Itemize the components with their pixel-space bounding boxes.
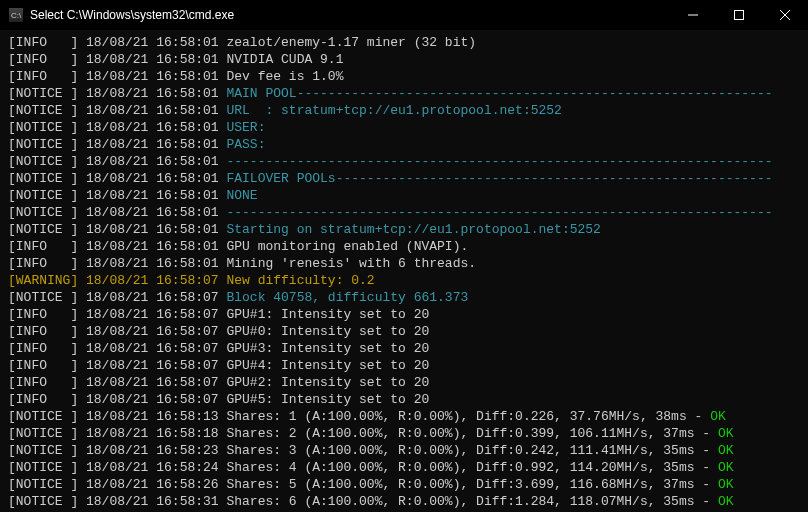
log-line: [NOTICE ] 18/08/21 16:58:24 Shares: 4 (A…	[8, 459, 802, 476]
log-segment: URL : stratum+tcp://eu1.protopool.net:52…	[226, 103, 561, 118]
log-segment: OK	[718, 494, 734, 509]
minimize-icon	[688, 10, 698, 20]
log-line: [NOTICE ] 18/08/21 16:58:23 Shares: 3 (A…	[8, 442, 802, 459]
log-prefix: [INFO ] 18/08/21 16:58:01	[8, 35, 226, 50]
log-line: [NOTICE ] 18/08/21 16:58:01 ------------…	[8, 204, 802, 221]
log-prefix: [NOTICE ] 18/08/21 16:58:01	[8, 171, 226, 186]
log-prefix: [NOTICE ] 18/08/21 16:58:01	[8, 205, 226, 220]
log-line: [NOTICE ] 18/08/21 16:58:13 Shares: 1 (A…	[8, 408, 802, 425]
log-line: [INFO ] 18/08/21 16:58:01 Dev fee is 1.0…	[8, 68, 802, 85]
log-segment: Shares: 3 (A:100.00%, R:0.00%), Diff:0.2…	[226, 443, 717, 458]
log-prefix: [INFO ] 18/08/21 16:58:01	[8, 52, 226, 67]
log-prefix: [NOTICE ] 18/08/21 16:58:31	[8, 494, 226, 509]
log-prefix: [NOTICE ] 18/08/21 16:58:01	[8, 86, 226, 101]
window-title: Select C:\Windows\system32\cmd.exe	[30, 7, 234, 24]
log-line: [INFO ] 18/08/21 16:58:07 GPU#1: Intensi…	[8, 306, 802, 323]
log-line: [INFO ] 18/08/21 16:58:07 GPU#0: Intensi…	[8, 323, 802, 340]
window-titlebar[interactable]: C:\ Select C:\Windows\system32\cmd.exe	[0, 0, 808, 30]
log-prefix: [NOTICE ] 18/08/21 16:58:23	[8, 443, 226, 458]
log-line: [INFO ] 18/08/21 16:58:07 GPU#4: Intensi…	[8, 357, 802, 374]
log-line: [INFO ] 18/08/21 16:58:01 zealot/enemy-1…	[8, 34, 802, 51]
log-line: [INFO ] 18/08/21 16:58:01 Mining 'renesi…	[8, 255, 802, 272]
log-prefix: [INFO ] 18/08/21 16:58:01	[8, 69, 226, 84]
log-prefix: [NOTICE ] 18/08/21 16:58:01	[8, 120, 226, 135]
log-prefix: [NOTICE ] 18/08/21 16:58:01	[8, 103, 226, 118]
log-line: [WARNING] 18/08/21 16:58:07 New difficul…	[8, 272, 802, 289]
log-prefix: [NOTICE ] 18/08/21 16:58:01	[8, 154, 226, 169]
log-prefix: [INFO ] 18/08/21 16:58:07	[8, 375, 226, 390]
log-segment: Shares: 6 (A:100.00%, R:0.00%), Diff:1.2…	[226, 494, 717, 509]
log-segment: Shares: 4 (A:100.00%, R:0.00%), Diff:0.9…	[226, 460, 717, 475]
log-prefix: [INFO ] 18/08/21 16:58:07	[8, 341, 226, 356]
log-prefix: [NOTICE ] 18/08/21 16:58:13	[8, 409, 226, 424]
log-line: [NOTICE ] 18/08/21 16:58:18 Shares: 2 (A…	[8, 425, 802, 442]
log-segment: OK	[718, 426, 734, 441]
close-icon	[780, 10, 790, 20]
close-button[interactable]	[762, 0, 808, 30]
log-segment: MAIN POOL	[226, 86, 296, 101]
log-prefix: [INFO ] 18/08/21 16:58:01	[8, 239, 226, 254]
log-line: [INFO ] 18/08/21 16:58:01 GPU monitoring…	[8, 238, 802, 255]
log-line: [NOTICE ] 18/08/21 16:58:01 ------------…	[8, 153, 802, 170]
log-prefix: [NOTICE ] 18/08/21 16:58:01	[8, 188, 226, 203]
log-prefix: [INFO ] 18/08/21 16:58:07	[8, 324, 226, 339]
log-segment: FAILOVER POOLs	[226, 171, 335, 186]
log-prefix: [INFO ] 18/08/21 16:58:07	[8, 358, 226, 373]
log-line: [NOTICE ] 18/08/21 16:58:01 NONE	[8, 187, 802, 204]
log-segment: GPU#3: Intensity set to 20	[226, 341, 429, 356]
log-segment: USER:	[226, 120, 265, 135]
maximize-icon	[734, 10, 744, 20]
log-prefix: [WARNING] 18/08/21 16:58:07	[8, 273, 226, 288]
log-segment: GPU#4: Intensity set to 20	[226, 358, 429, 373]
maximize-button[interactable]	[716, 0, 762, 30]
log-line: [INFO ] 18/08/21 16:58:07 GPU#3: Intensi…	[8, 340, 802, 357]
log-segment: NVIDIA CUDA 9.1	[226, 52, 343, 67]
log-segment: Dev fee is 1.0%	[226, 69, 343, 84]
log-segment: OK	[718, 460, 734, 475]
log-line: [NOTICE ] 18/08/21 16:58:01 FAILOVER POO…	[8, 170, 802, 187]
log-line: [INFO ] 18/08/21 16:58:07 GPU#2: Intensi…	[8, 374, 802, 391]
log-line: [NOTICE ] 18/08/21 16:58:01 MAIN POOL---…	[8, 85, 802, 102]
log-prefix: [NOTICE ] 18/08/21 16:58:01	[8, 222, 226, 237]
log-prefix: [INFO ] 18/08/21 16:58:07	[8, 307, 226, 322]
log-prefix: [NOTICE ] 18/08/21 16:58:18	[8, 426, 226, 441]
log-segment: GPU#2: Intensity set to 20	[226, 375, 429, 390]
log-segment: ----------------------------------------…	[226, 205, 772, 220]
log-line: [NOTICE ] 18/08/21 16:58:01 URL : stratu…	[8, 102, 802, 119]
log-line: [NOTICE ] 18/08/21 16:58:01 Starting on …	[8, 221, 802, 238]
log-segment: Starting on stratum+tcp://eu1.protopool.…	[226, 222, 600, 237]
log-segment: OK	[710, 409, 726, 424]
log-segment: ----------------------------------------…	[226, 154, 772, 169]
log-segment: Shares: 5 (A:100.00%, R:0.00%), Diff:3.6…	[226, 477, 717, 492]
terminal-output[interactable]: [INFO ] 18/08/21 16:58:01 zealot/enemy-1…	[0, 30, 808, 512]
log-segment: GPU#5: Intensity set to 20	[226, 392, 429, 407]
log-segment: OK	[718, 443, 734, 458]
svg-rect-0	[735, 11, 744, 20]
log-segment: zealot/enemy-1.17 miner (32 bit)	[226, 35, 476, 50]
log-segment: GPU monitoring enabled (NVAPI).	[226, 239, 468, 254]
log-segment: PASS:	[226, 137, 265, 152]
log-segment: Block 40758, difficulty 661.373	[226, 290, 468, 305]
log-segment: OK	[718, 477, 734, 492]
log-prefix: [NOTICE ] 18/08/21 16:58:24	[8, 460, 226, 475]
log-prefix: [INFO ] 18/08/21 16:58:01	[8, 256, 226, 271]
log-segment: GPU#1: Intensity set to 20	[226, 307, 429, 322]
log-prefix: [NOTICE ] 18/08/21 16:58:07	[8, 290, 226, 305]
log-line: [NOTICE ] 18/08/21 16:58:31 Shares: 6 (A…	[8, 493, 802, 510]
minimize-button[interactable]	[670, 0, 716, 30]
log-line: [INFO ] 18/08/21 16:58:01 NVIDIA CUDA 9.…	[8, 51, 802, 68]
log-prefix: [NOTICE ] 18/08/21 16:58:26	[8, 477, 226, 492]
log-segment: ----------------------------------------…	[297, 86, 773, 101]
cmd-icon: C:\	[8, 7, 24, 23]
log-segment: New difficulty: 0.2	[226, 273, 374, 288]
log-line: [NOTICE ] 18/08/21 16:58:01 PASS:	[8, 136, 802, 153]
log-line: [INFO ] 18/08/21 16:58:07 GPU#5: Intensi…	[8, 391, 802, 408]
log-prefix: [INFO ] 18/08/21 16:58:07	[8, 392, 226, 407]
log-segment: ----------------------------------------…	[336, 171, 773, 186]
log-line: [NOTICE ] 18/08/21 16:58:26 Shares: 5 (A…	[8, 476, 802, 493]
log-segment: Mining 'renesis' with 6 threads.	[226, 256, 476, 271]
log-segment: Shares: 1 (A:100.00%, R:0.00%), Diff:0.2…	[226, 409, 710, 424]
log-segment: Shares: 2 (A:100.00%, R:0.00%), Diff:0.3…	[226, 426, 717, 441]
log-line: [NOTICE ] 18/08/21 16:58:07 Block 40758,…	[8, 289, 802, 306]
log-prefix: [NOTICE ] 18/08/21 16:58:01	[8, 137, 226, 152]
